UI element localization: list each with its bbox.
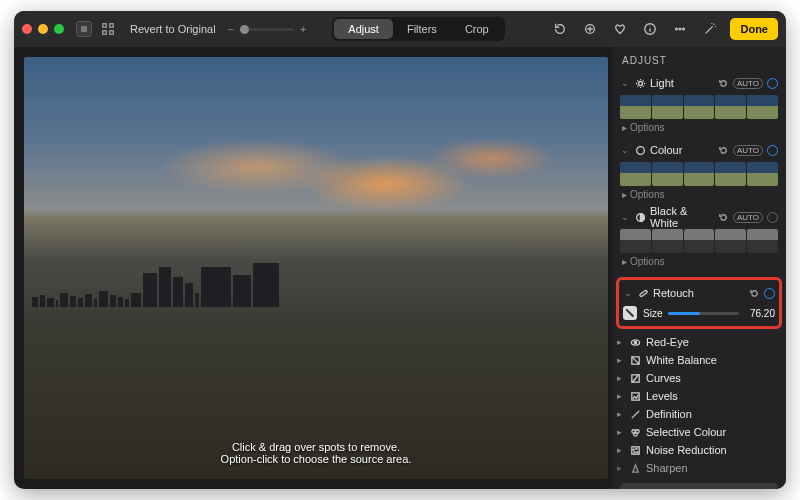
retouch-size-row: Size 76.20 xyxy=(623,306,775,320)
revert-to-original-button[interactable]: Revert to Original xyxy=(130,23,216,35)
bw-auto-button[interactable]: AUTO xyxy=(733,212,763,223)
magic-wand-icon[interactable] xyxy=(700,19,720,39)
retouch-enable-ring[interactable] xyxy=(764,288,775,299)
svg-point-10 xyxy=(636,146,644,154)
svg-point-25 xyxy=(634,451,635,452)
whitebalance-icon xyxy=(629,354,641,366)
tab-crop[interactable]: Crop xyxy=(451,19,503,39)
section-colour: ⌄ Colour AUTO ▸Options xyxy=(612,139,786,206)
hint-line-2: Option-click to choose the source area. xyxy=(221,453,412,465)
titlebar: Revert to Original − + Adjust Filters Cr… xyxy=(14,11,786,47)
zoom-slider[interactable] xyxy=(240,28,294,31)
light-label: Light xyxy=(650,77,714,89)
redeye-icon xyxy=(629,336,641,348)
section-bw: ⌄ Black & White AUTO ▸Options xyxy=(612,206,786,273)
toolbar-right: Done xyxy=(550,18,778,40)
close-window-button[interactable] xyxy=(22,24,32,34)
adjust-panel: ADJUST ⌄ Light AUTO ▸Options ⌄ xyxy=(612,47,786,489)
svg-point-22 xyxy=(633,449,634,450)
image-canvas[interactable]: Click & drag over spots to remove. Optio… xyxy=(14,47,612,489)
section-light: ⌄ Light AUTO ▸Options xyxy=(612,72,786,139)
done-button[interactable]: Done xyxy=(730,18,778,40)
light-disclosure[interactable]: ⌄ xyxy=(620,78,630,88)
sidebar-toggle-button[interactable] xyxy=(76,21,92,37)
bw-thumbs[interactable] xyxy=(620,229,778,253)
section-levels[interactable]: ▸Levels xyxy=(612,387,786,405)
zoom-plus-icon[interactable]: + xyxy=(300,23,306,35)
section-white-balance[interactable]: ▸White Balance xyxy=(612,351,786,369)
sharpen-icon xyxy=(629,462,641,474)
retouch-size-fill xyxy=(668,312,700,315)
tab-adjust[interactable]: Adjust xyxy=(334,19,393,39)
section-curves[interactable]: ▸Curves xyxy=(612,369,786,387)
mode-tabs: Adjust Filters Crop xyxy=(332,17,504,41)
section-sharpen[interactable]: ▸Sharpen xyxy=(612,459,786,477)
zoom-minus-icon[interactable]: − xyxy=(228,23,234,35)
svg-rect-2 xyxy=(103,31,107,35)
retouch-disclosure[interactable]: ⌄ xyxy=(623,288,633,298)
light-sun-icon xyxy=(634,77,646,89)
retouch-size-value[interactable]: 76.20 xyxy=(745,308,775,319)
window-controls xyxy=(22,24,64,34)
light-options-toggle[interactable]: ▸Options xyxy=(620,121,778,137)
bw-enable-ring[interactable] xyxy=(767,212,778,223)
light-enable-ring[interactable] xyxy=(767,78,778,89)
section-retouch-highlighted: ⌄ Retouch Size 76.20 xyxy=(616,277,782,329)
colour-reset-icon[interactable] xyxy=(718,145,729,156)
panel-title: ADJUST xyxy=(612,47,786,72)
colour-disclosure[interactable]: ⌄ xyxy=(620,145,630,155)
colour-thumbs[interactable] xyxy=(620,162,778,186)
info-icon[interactable] xyxy=(640,19,660,39)
svg-point-14 xyxy=(634,341,636,343)
photos-edit-window: Revert to Original − + Adjust Filters Cr… xyxy=(14,11,786,489)
selective-colour-icon xyxy=(629,426,641,438)
svg-point-23 xyxy=(635,448,636,449)
retouch-hint: Click & drag over spots to remove. Optio… xyxy=(221,441,412,465)
bw-label: Black & White xyxy=(650,205,714,229)
colour-options-toggle[interactable]: ▸Options xyxy=(620,188,778,204)
definition-icon xyxy=(629,408,641,420)
light-thumbs[interactable] xyxy=(620,95,778,119)
fullscreen-window-button[interactable] xyxy=(54,24,64,34)
levels-icon xyxy=(629,390,641,402)
favorite-heart-icon[interactable] xyxy=(610,19,630,39)
section-definition[interactable]: ▸Definition xyxy=(612,405,786,423)
section-red-eye[interactable]: ▸Red-Eye xyxy=(612,333,786,351)
colour-ring-icon xyxy=(634,144,646,156)
svg-point-6 xyxy=(676,28,678,30)
svg-rect-3 xyxy=(110,31,114,35)
tab-filters[interactable]: Filters xyxy=(393,19,451,39)
svg-point-20 xyxy=(633,432,637,436)
bw-halfcircle-icon xyxy=(634,211,646,223)
more-ellipsis-icon[interactable] xyxy=(670,19,690,39)
auto-enhance-icon[interactable] xyxy=(580,19,600,39)
retouch-size-label: Size xyxy=(643,308,662,319)
retouch-brush-toggle[interactable] xyxy=(623,306,637,320)
noise-icon xyxy=(629,444,641,456)
bw-reset-icon[interactable] xyxy=(718,212,729,223)
svg-point-9 xyxy=(638,81,642,85)
colour-auto-button[interactable]: AUTO xyxy=(733,145,763,156)
bw-disclosure[interactable]: ⌄ xyxy=(620,212,630,222)
bw-options-toggle[interactable]: ▸Options xyxy=(620,255,778,271)
retouch-reset-icon[interactable] xyxy=(749,288,760,299)
section-selective-colour[interactable]: ▸Selective Colour xyxy=(612,423,786,441)
retouch-bandage-icon xyxy=(637,287,649,299)
curves-icon xyxy=(629,372,641,384)
retouch-label: Retouch xyxy=(653,287,745,299)
light-auto-button[interactable]: AUTO xyxy=(733,78,763,89)
colour-enable-ring[interactable] xyxy=(767,145,778,156)
svg-point-7 xyxy=(680,28,682,30)
minimize-window-button[interactable] xyxy=(38,24,48,34)
section-noise-reduction[interactable]: ▸Noise Reduction xyxy=(612,441,786,459)
retouch-size-slider[interactable] xyxy=(668,312,739,315)
edited-photo: Click & drag over spots to remove. Optio… xyxy=(24,57,608,479)
rotate-icon[interactable] xyxy=(550,19,570,39)
reset-adjustments-button[interactable]: Reset Adjustments xyxy=(620,483,778,489)
zoom-slider-thumb[interactable] xyxy=(240,25,249,34)
thumbnail-grid-icon[interactable] xyxy=(98,19,118,39)
skyline-silhouette xyxy=(24,251,608,307)
light-reset-icon[interactable] xyxy=(718,78,729,89)
hint-line-1: Click & drag over spots to remove. xyxy=(221,441,412,453)
svg-point-24 xyxy=(636,451,637,452)
